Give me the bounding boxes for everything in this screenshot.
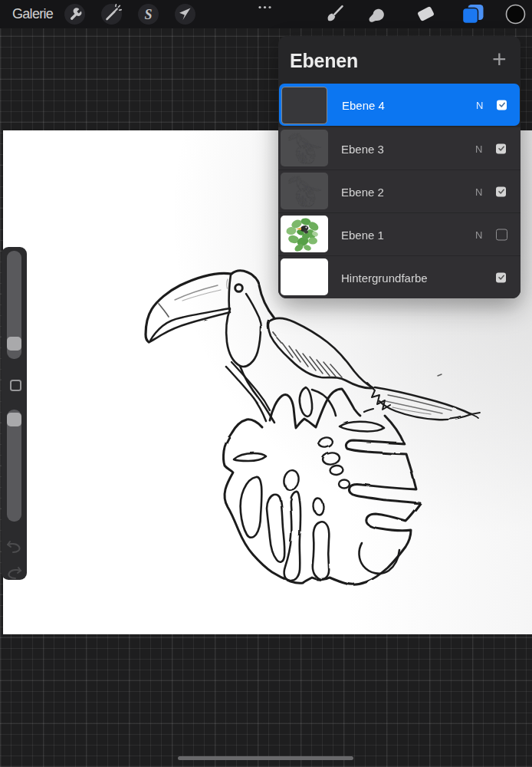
svg-text:S: S <box>144 7 152 22</box>
